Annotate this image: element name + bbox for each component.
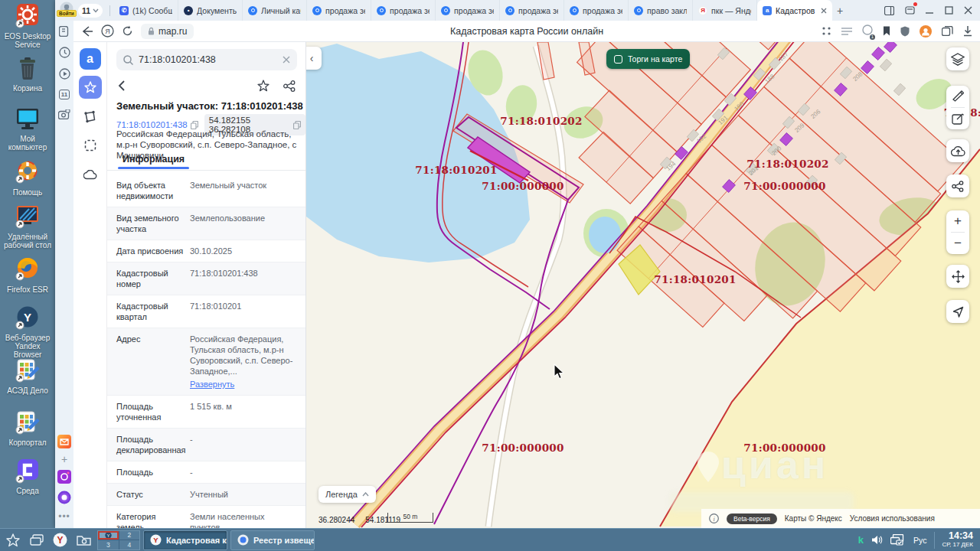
checkbox-icon[interactable] — [614, 55, 622, 64]
desktop-icon-trash[interactable]: Корзина — [0, 55, 55, 93]
reader-icon[interactable] — [841, 27, 852, 36]
camera-app-icon[interactable] — [57, 470, 71, 484]
clear-search-icon[interactable] — [283, 56, 290, 64]
taskbar-window-registry[interactable]: Реестр извещени... — [230, 530, 315, 550]
desktop-icon-sreda[interactable]: Среда — [0, 458, 55, 495]
user-avatar-icon[interactable] — [920, 25, 932, 37]
back-icon[interactable] — [81, 26, 93, 37]
screenshot-icon[interactable] — [58, 109, 70, 119]
sidebar-toggle-icon[interactable] — [59, 26, 70, 37]
ruler-button[interactable] — [946, 86, 969, 107]
info-icon[interactable]: i — [709, 514, 719, 523]
polygon-select-button[interactable] — [79, 105, 102, 128]
favorite-star-icon[interactable] — [257, 80, 270, 92]
tab-cadastre-active[interactable]: aКадастров — [757, 0, 832, 21]
desktop-icon-korportal[interactable]: Корпортал — [0, 409, 55, 447]
tab-messages[interactable]: ✆(1k) Сообще — [114, 0, 178, 21]
tab-groups-icon[interactable] — [942, 26, 953, 36]
tab-prodazha-5[interactable]: продажа зе — [564, 0, 629, 21]
taskbar-yandex-browser[interactable]: Y — [50, 530, 70, 549]
back-chevron-icon[interactable] — [118, 80, 125, 91]
side-panel-icon[interactable] — [884, 6, 894, 15]
profile-avatar[interactable]: Войти — [58, 2, 75, 20]
zoom-in-button[interactable]: + — [946, 210, 969, 232]
share-map-button[interactable] — [946, 174, 969, 197]
volume-icon[interactable] — [871, 535, 883, 545]
desktop-icon-ased-delo[interactable]: АСЭД Дело — [0, 357, 55, 395]
desktop-icon-help[interactable]: Помощь — [0, 159, 55, 197]
tab-prodazha-3[interactable]: продажа зе — [436, 0, 500, 21]
tab-counter[interactable]: 11 — [78, 4, 103, 18]
favorites-tool-button[interactable] — [79, 76, 102, 99]
locate-button[interactable] — [946, 300, 969, 323]
layers-button[interactable] — [946, 47, 969, 70]
dots-grid-icon[interactable] — [822, 26, 831, 36]
display-network-icon[interactable] — [890, 534, 906, 546]
tab-documents[interactable]: •Документы — [178, 0, 243, 21]
login-badge[interactable]: Войти — [57, 10, 77, 17]
close-tab-icon[interactable] — [821, 8, 827, 14]
address-bar[interactable]: map.ru — [141, 24, 194, 39]
close-window-icon[interactable] — [964, 6, 972, 15]
tab-prodazha-4[interactable]: продажа зе — [500, 0, 564, 21]
more-icon[interactable]: ••• — [58, 511, 70, 522]
alice-icon[interactable]: 1 — [862, 24, 873, 38]
tab-pkk-yandex[interactable]: Япкк — Янде — [693, 0, 757, 21]
clock[interactable]: 14:34 СР, 17 ДЕК — [934, 532, 973, 549]
bookmark-icon[interactable] — [883, 26, 890, 36]
workspace-1[interactable]: Y — [98, 531, 119, 540]
tab-pravo[interactable]: право закл — [629, 0, 693, 21]
torgi-toggle-button[interactable]: Торги на карте — [606, 49, 690, 69]
edit-button[interactable] — [946, 108, 969, 129]
upload-button[interactable] — [946, 139, 969, 162]
lock-icon — [148, 27, 155, 35]
workspace-3[interactable]: 3 — [98, 540, 119, 549]
protect-shield-icon[interactable] — [900, 26, 910, 37]
tab-information[interactable]: Информация — [122, 154, 185, 169]
desktop-icon-my-computer[interactable]: Мой компьютер — [0, 106, 55, 152]
search-input[interactable]: 71:18:010201:438 — [116, 49, 297, 70]
workspace-2[interactable]: 2 — [119, 531, 140, 540]
workspace-switcher[interactable]: Y 2 3 4 — [97, 530, 140, 550]
alice-app-icon[interactable] — [57, 491, 71, 504]
reload-icon[interactable] — [122, 25, 133, 37]
area-select-button[interactable] — [79, 134, 102, 157]
tab-personal-account[interactable]: Личный каб — [243, 0, 307, 21]
legend-button[interactable]: Легенда — [318, 486, 376, 503]
extensions-icon[interactable] — [905, 4, 915, 18]
yandex-home-icon[interactable]: Я — [101, 24, 114, 37]
copy-icon[interactable] — [293, 121, 301, 129]
tab-prodazha-2[interactable]: продажа зе — [371, 0, 436, 21]
minimize-icon[interactable] — [926, 6, 934, 15]
workspace-4[interactable]: 4 — [119, 540, 140, 549]
share-icon[interactable] — [283, 80, 296, 92]
desktop-icon-eos[interactable]: EOS Desktop Service — [0, 3, 55, 49]
pan-button[interactable] — [946, 265, 969, 288]
new-tab-button[interactable]: + — [837, 5, 843, 17]
cadastral-map[interactable]: 187 188 190 191 192 194 206 208 209 200 … — [306, 42, 980, 528]
maximize-icon[interactable] — [945, 6, 953, 15]
notes-icon[interactable]: 11 — [59, 90, 70, 99]
terms-link[interactable]: Условия использования — [850, 514, 935, 523]
kaspersky-tray-icon[interactable]: k — [858, 534, 864, 546]
collapse-panel-button[interactable]: ‹ — [306, 47, 322, 70]
cloud-tool-button[interactable] — [79, 163, 102, 186]
desktop-icon-yandex-browser[interactable]: Y Веб-браузер Yandex Browser — [0, 305, 55, 359]
zoom-out-button[interactable]: − — [946, 233, 969, 254]
desktop-icon-remote-desktop[interactable]: Удалённый рабочий стол — [0, 204, 55, 249]
expand-link[interactable]: Развернуть — [190, 379, 234, 390]
taskbar-window-cadastre[interactable]: Y Кадастровая кар... — [143, 530, 227, 550]
history-icon[interactable] — [59, 47, 70, 58]
file-manager-button[interactable] — [74, 530, 94, 549]
add-panel-icon[interactable]: + — [61, 455, 67, 463]
player-icon[interactable] — [59, 68, 70, 80]
nspd-logo[interactable]: a — [80, 48, 101, 70]
yandex-mail-icon[interactable] — [57, 435, 71, 448]
keyboard-layout[interactable]: Рус — [913, 536, 926, 545]
start-menu-button[interactable] — [2, 530, 23, 549]
tab-prodazha-1[interactable]: продажа зе — [307, 0, 371, 21]
copy-icon[interactable] — [191, 121, 198, 129]
desktop-icon-firefox[interactable]: Firefox ESR — [0, 256, 55, 294]
download-icon[interactable] — [963, 26, 972, 37]
show-windows-button[interactable] — [26, 530, 47, 549]
